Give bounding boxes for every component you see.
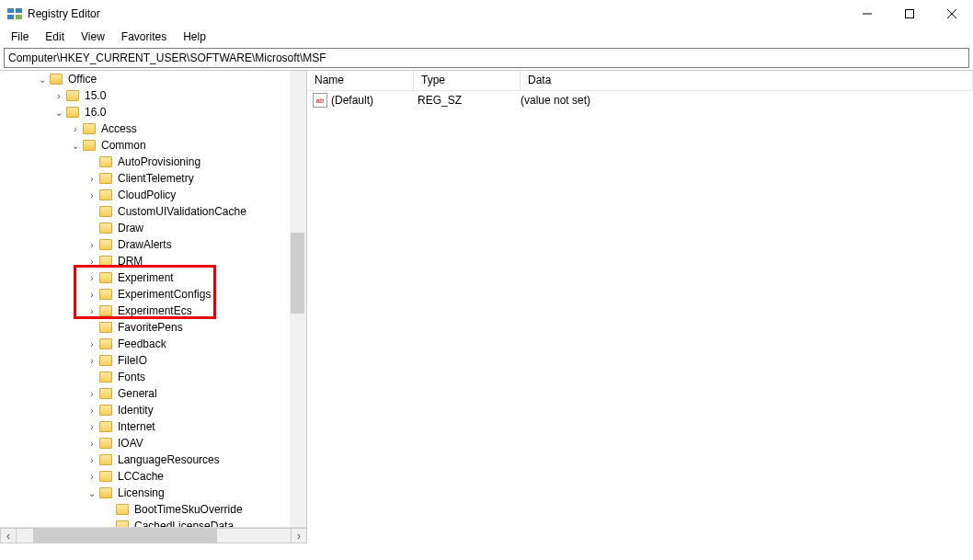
chevron-right-icon[interactable]: › [86, 405, 97, 416]
tree-pane: ⌄Office ›15.0 ⌄16.0 ›Access ⌄Common ›Aut… [0, 71, 307, 543]
chevron-right-icon[interactable]: › [86, 189, 97, 200]
tree-item-fileio[interactable]: ›FileIO [0, 352, 307, 369]
folder-icon [83, 140, 96, 151]
tree-item-fonts[interactable]: ›Fonts [0, 369, 307, 385]
scroll-right-button[interactable]: › [291, 528, 307, 543]
folder-icon [50, 74, 63, 85]
tree-item-experimentecs[interactable]: ›ExperimentEcs [0, 303, 307, 319]
value-name: (Default) [331, 94, 414, 107]
column-data[interactable]: Data [521, 71, 973, 90]
menu-help[interactable]: Help [176, 29, 213, 45]
tree-item-draw[interactable]: ›Draw [0, 220, 307, 236]
folder-icon [99, 322, 112, 333]
folder-icon [66, 107, 79, 118]
value-row[interactable]: ab (Default) REG_SZ (value not set) [307, 91, 973, 109]
tree-item-drm[interactable]: ›DRM [0, 253, 307, 269]
chevron-right-icon[interactable]: › [70, 123, 81, 134]
chevron-right-icon[interactable]: › [86, 454, 97, 465]
svg-rect-5 [906, 10, 914, 18]
tree-item-customui[interactable]: ›CustomUIValidationCache [0, 203, 307, 220]
folder-icon [83, 123, 96, 134]
string-value-icon: ab [313, 93, 327, 108]
folder-icon [99, 305, 112, 316]
tree-item-drawalerts[interactable]: ›DrawAlerts [0, 236, 307, 253]
tree-item-clienttelemetry[interactable]: ›ClientTelemetry [0, 170, 307, 187]
chevron-right-icon[interactable]: › [86, 421, 97, 432]
chevron-right-icon[interactable]: › [86, 438, 97, 449]
tree-item-autoprovisioning[interactable]: ›AutoProvisioning [0, 154, 307, 170]
regedit-icon [7, 6, 22, 21]
chevron-right-icon[interactable]: › [86, 239, 97, 250]
folder-icon [99, 421, 112, 432]
chevron-down-icon[interactable]: ⌄ [53, 107, 64, 118]
folder-icon [99, 405, 112, 416]
values-pane: Name Type Data ab (Default) REG_SZ (valu… [307, 71, 973, 543]
chevron-down-icon[interactable]: ⌄ [86, 487, 97, 498]
chevron-right-icon[interactable]: › [86, 256, 97, 267]
folder-icon [99, 156, 112, 167]
folder-icon [99, 471, 112, 482]
folder-icon [99, 289, 112, 300]
tree-item-langres[interactable]: ›LanguageResources [0, 451, 307, 468]
menu-edit[interactable]: Edit [38, 29, 72, 45]
scrollbar-thumb[interactable] [33, 529, 217, 543]
chevron-down-icon[interactable]: ⌄ [37, 74, 48, 85]
tree-item-lccache[interactable]: ›LCCache [0, 468, 307, 485]
maximize-button[interactable] [888, 0, 931, 28]
tree-item-16[interactable]: ⌄16.0 [0, 104, 307, 120]
column-name[interactable]: Name [307, 71, 414, 90]
tree-item-favoritepens[interactable]: ›FavoritePens [0, 319, 307, 336]
tree-item-common[interactable]: ⌄Common [0, 137, 307, 154]
chevron-right-icon[interactable]: › [86, 289, 97, 300]
scroll-left-button[interactable]: ‹ [0, 528, 17, 543]
tree-item-boottimesku[interactable]: ›BootTimeSkuOverride [0, 501, 307, 518]
chevron-right-icon[interactable]: › [86, 173, 97, 184]
workspace: ⌄Office ›15.0 ⌄16.0 ›Access ⌄Common ›Aut… [0, 70, 973, 543]
folder-icon [99, 438, 112, 449]
tree-item-office[interactable]: ⌄Office [0, 71, 307, 87]
tree-scrollbar-vertical[interactable] [290, 71, 306, 527]
tree-item-experiment[interactable]: ›Experiment [0, 269, 307, 286]
tree-view[interactable]: ⌄Office ›15.0 ⌄16.0 ›Access ⌄Common ›Aut… [0, 71, 307, 543]
address-bar[interactable] [4, 48, 969, 68]
column-type[interactable]: Type [414, 71, 521, 90]
svg-rect-0 [7, 8, 14, 13]
title-bar: Registry Editor [0, 0, 973, 28]
menu-favorites[interactable]: Favorites [114, 29, 174, 45]
tree-item-experimentconfigs[interactable]: ›ExperimentConfigs [0, 286, 307, 303]
tree-scrollbar-horizontal[interactable]: ‹ › [0, 527, 307, 543]
folder-icon [99, 371, 112, 383]
tree-item-licensing[interactable]: ⌄Licensing [0, 485, 307, 501]
address-input[interactable] [8, 51, 965, 64]
svg-rect-1 [7, 15, 14, 19]
tree-item-general[interactable]: ›General [0, 385, 307, 402]
menu-file[interactable]: File [4, 29, 36, 45]
menu-view[interactable]: View [74, 29, 112, 45]
svg-rect-2 [16, 8, 22, 13]
chevron-right-icon[interactable]: › [86, 355, 97, 366]
tree-item-feedback[interactable]: ›Feedback [0, 336, 307, 352]
tree-item-15[interactable]: ›15.0 [0, 87, 307, 104]
tree-item-access[interactable]: ›Access [0, 120, 307, 137]
tree-item-identity[interactable]: ›Identity [0, 402, 307, 418]
chevron-right-icon[interactable]: › [86, 471, 97, 482]
scrollbar-track[interactable] [17, 528, 291, 543]
minimize-button[interactable] [846, 0, 888, 28]
folder-icon [99, 173, 112, 184]
chevron-right-icon[interactable]: › [86, 338, 97, 349]
scrollbar-thumb[interactable] [291, 233, 304, 314]
chevron-right-icon[interactable]: › [86, 272, 97, 283]
tree-item-cloudpolicy[interactable]: ›CloudPolicy [0, 187, 307, 203]
chevron-down-icon[interactable]: ⌄ [70, 140, 81, 151]
folder-icon [116, 504, 129, 515]
column-headers: Name Type Data [307, 71, 973, 91]
tree-item-ioav[interactable]: ›IOAV [0, 435, 307, 451]
chevron-right-icon[interactable]: › [86, 305, 97, 316]
chevron-right-icon[interactable]: › [86, 388, 97, 399]
chevron-right-icon[interactable]: › [53, 90, 64, 101]
tree-item-internet[interactable]: ›Internet [0, 418, 307, 435]
value-type: REG_SZ [414, 94, 521, 107]
folder-icon [99, 206, 112, 217]
folder-icon [99, 239, 112, 250]
close-button[interactable] [931, 0, 973, 28]
